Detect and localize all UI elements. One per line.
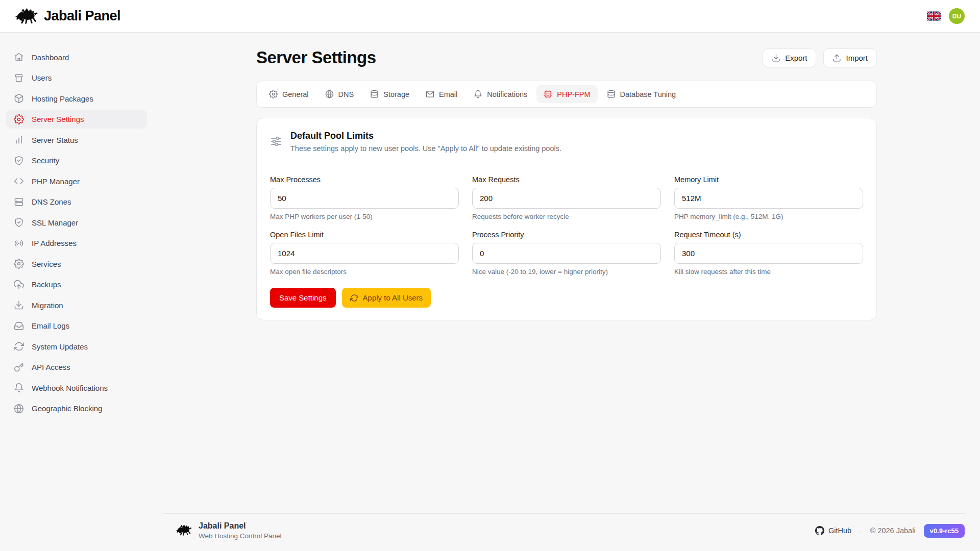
tab-storage[interactable]: Storage bbox=[363, 85, 416, 103]
sliders-icon bbox=[270, 135, 282, 147]
sidebar-item-php-manager[interactable]: PHP Manager bbox=[6, 172, 147, 191]
sidebar-item-webhook-notifications[interactable]: Webhook Notifications bbox=[6, 379, 147, 397]
version-badge: v0.9-rc55 bbox=[924, 524, 965, 538]
field-memory-limit: Memory Limit PHP memory_limit (e.g., 512… bbox=[674, 176, 863, 220]
import-button[interactable]: Import bbox=[823, 48, 877, 67]
package-icon bbox=[14, 93, 24, 104]
tab-dns[interactable]: DNS bbox=[318, 85, 361, 103]
footer-separator: · bbox=[860, 527, 862, 535]
bell-icon bbox=[474, 90, 482, 98]
memory-limit-input[interactable] bbox=[674, 188, 863, 209]
sidebar-item-users[interactable]: Users bbox=[6, 68, 147, 87]
sidebar-item-server-settings[interactable]: Server Settings bbox=[6, 110, 147, 129]
users-box-icon bbox=[14, 73, 24, 83]
page-title: Server Settings bbox=[256, 48, 376, 67]
tab-php-fpm[interactable]: PHP-FPM bbox=[536, 85, 597, 103]
cpu-icon bbox=[544, 90, 552, 98]
max-requests-input[interactable] bbox=[472, 188, 661, 209]
app-title: Jabali Panel bbox=[44, 8, 120, 24]
field-request-timeout: Request Timeout (s) Kill slow requests a… bbox=[674, 231, 863, 276]
tab-label: Database Tuning bbox=[620, 90, 676, 98]
shield-check-icon bbox=[14, 217, 24, 228]
sidebar-item-dns-zones[interactable]: DNS Zones bbox=[6, 192, 147, 211]
import-button-label: Import bbox=[846, 54, 868, 62]
refresh-icon bbox=[350, 294, 358, 302]
sidebar-item-system-updates[interactable]: System Updates bbox=[6, 337, 147, 356]
sidebar-item-email-logs[interactable]: Email Logs bbox=[6, 316, 147, 335]
sidebar-item-ssl-manager[interactable]: SSL Manager bbox=[6, 213, 147, 232]
field-label: Max Processes bbox=[270, 176, 459, 184]
download-icon bbox=[14, 300, 24, 310]
sidebar-item-services[interactable]: Services bbox=[6, 255, 147, 273]
request-timeout-input[interactable] bbox=[674, 243, 863, 264]
gear-icon bbox=[14, 259, 24, 269]
bell-icon bbox=[14, 383, 24, 393]
sidebar-item-label: PHP Manager bbox=[32, 177, 80, 186]
sidebar-item-label: IP Addresses bbox=[32, 239, 77, 247]
tab-label: DNS bbox=[338, 90, 354, 98]
sidebar-item-ip-addresses[interactable]: IP Addresses bbox=[6, 234, 147, 253]
field-help: PHP memory_limit (e.g., 512M, 1G) bbox=[674, 213, 863, 220]
top-header: Jabali Panel DU bbox=[0, 0, 980, 33]
tab-general[interactable]: General bbox=[262, 85, 316, 103]
sidebar-item-label: Migration bbox=[32, 301, 63, 310]
sidebar-item-label: SSL Manager bbox=[32, 218, 78, 227]
field-open-files-limit: Open Files Limit Max open file descripto… bbox=[270, 231, 459, 276]
field-max-requests: Max Requests Requests before worker recy… bbox=[472, 176, 661, 220]
inbox-icon bbox=[14, 321, 24, 331]
field-max-processes: Max Processes Max PHP workers per user (… bbox=[270, 176, 459, 220]
tab-notifications[interactable]: Notifications bbox=[467, 85, 534, 103]
sidebar-item-label: Users bbox=[32, 73, 52, 82]
export-button[interactable]: Export bbox=[763, 48, 816, 67]
field-label: Process Priority bbox=[472, 231, 661, 239]
field-label: Open Files Limit bbox=[270, 231, 459, 239]
github-icon bbox=[815, 526, 824, 535]
sidebar-item-api-access[interactable]: API Access bbox=[6, 358, 147, 377]
tab-database-tuning[interactable]: Database Tuning bbox=[600, 85, 683, 103]
user-avatar[interactable]: DU bbox=[949, 8, 965, 24]
sidebar-item-label: Geographic Blocking bbox=[32, 404, 102, 413]
github-link[interactable]: GitHub bbox=[815, 526, 851, 535]
language-flag-button[interactable] bbox=[927, 11, 941, 21]
tab-label: General bbox=[282, 90, 309, 98]
envelope-icon bbox=[426, 90, 434, 98]
sidebar-item-migration[interactable]: Migration bbox=[6, 296, 147, 315]
field-label: Request Timeout (s) bbox=[674, 231, 863, 239]
sidebar-item-label: Server Status bbox=[32, 136, 78, 144]
sidebar-item-security[interactable]: Security bbox=[6, 151, 147, 170]
open-files-limit-input[interactable] bbox=[270, 243, 459, 264]
sidebar-item-hosting-packages[interactable]: Hosting Packages bbox=[6, 89, 147, 108]
boar-logo-icon bbox=[15, 7, 39, 26]
sidebar-item-label: Backups bbox=[32, 280, 61, 289]
process-priority-input[interactable] bbox=[472, 243, 661, 264]
code-icon bbox=[14, 176, 24, 186]
sidebar-item-label: Webhook Notifications bbox=[32, 384, 108, 392]
footer-tagline: Web Hosting Control Panel bbox=[199, 532, 282, 540]
sidebar-item-backups[interactable]: Backups bbox=[6, 275, 147, 294]
globe-icon bbox=[14, 404, 24, 414]
boar-logo-icon bbox=[176, 523, 192, 538]
apply-to-all-button[interactable]: Apply to All Users bbox=[342, 288, 431, 308]
sidebar-item-server-status[interactable]: Server Status bbox=[6, 131, 147, 149]
bar-chart-icon bbox=[14, 135, 24, 145]
sidebar-item-label: System Updates bbox=[32, 342, 88, 351]
app-logo[interactable]: Jabali Panel bbox=[15, 7, 120, 26]
sidebar-item-dashboard[interactable]: Dashboard bbox=[6, 48, 147, 67]
sidebar-item-label: DNS Zones bbox=[32, 197, 71, 206]
tab-email[interactable]: Email bbox=[419, 85, 464, 103]
sidebar-item-label: Services bbox=[32, 260, 61, 268]
globe-icon bbox=[325, 90, 334, 98]
database-icon bbox=[607, 90, 616, 98]
field-help: Kill slow requests after this time bbox=[674, 268, 863, 276]
save-settings-button[interactable]: Save Settings bbox=[270, 288, 336, 308]
sidebar-item-label: Email Logs bbox=[32, 321, 69, 330]
field-help: Requests before worker recycle bbox=[472, 213, 661, 220]
sidebar-item-geographic-blocking[interactable]: Geographic Blocking bbox=[6, 399, 147, 418]
database-icon bbox=[370, 90, 379, 98]
default-pool-limits-card: Default Pool Limits These settings apply… bbox=[256, 118, 877, 320]
key-icon bbox=[14, 362, 24, 372]
upload-icon bbox=[832, 54, 841, 62]
tab-label: Notifications bbox=[487, 90, 527, 98]
server-stack-icon bbox=[14, 197, 24, 207]
max-processes-input[interactable] bbox=[270, 188, 459, 209]
